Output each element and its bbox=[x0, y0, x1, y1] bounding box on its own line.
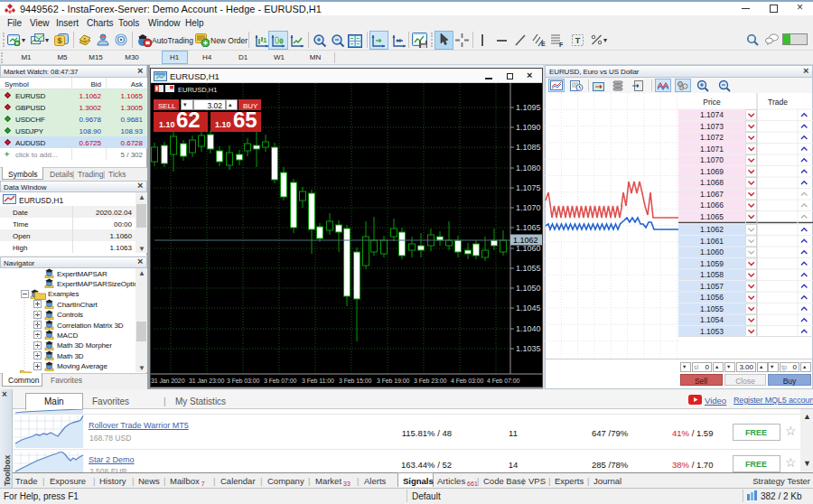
svg-text:4 Feb 07:00: 4 Feb 07:00 bbox=[487, 378, 519, 384]
svg-text:1.1085: 1.1085 bbox=[516, 143, 541, 152]
svg-text:1.1062: 1.1062 bbox=[513, 236, 538, 245]
svg-text:1.1070: 1.1070 bbox=[516, 203, 541, 212]
svg-text:1.1057: 1.1057 bbox=[700, 282, 724, 291]
svg-text:1.1061: 1.1061 bbox=[700, 237, 724, 246]
svg-text:1.1060: 1.1060 bbox=[700, 247, 724, 257]
svg-text:1.1072: 1.1072 bbox=[700, 133, 724, 142]
svg-text:3 Feb 07:00: 3 Feb 07:00 bbox=[264, 378, 296, 384]
svg-text:1.1065: 1.1065 bbox=[516, 223, 541, 232]
svg-text:1.1065: 1.1065 bbox=[700, 212, 724, 221]
svg-text:1.1058: 1.1058 bbox=[700, 270, 724, 279]
svg-text:1.1040: 1.1040 bbox=[516, 324, 541, 333]
svg-text:1.1075: 1.1075 bbox=[516, 183, 541, 192]
svg-text:1.1055: 1.1055 bbox=[700, 304, 724, 313]
svg-text:1.1062: 1.1062 bbox=[700, 225, 724, 234]
svg-text:4 Feb 03:00: 4 Feb 03:00 bbox=[451, 378, 483, 384]
svg-text:T: T bbox=[575, 36, 581, 45]
svg-text:1.1054: 1.1054 bbox=[700, 315, 724, 324]
svg-text:3 Feb 23:00: 3 Feb 23:00 bbox=[414, 378, 446, 384]
svg-text:1.1073: 1.1073 bbox=[700, 122, 724, 131]
svg-text:1.1050: 1.1050 bbox=[516, 284, 541, 293]
svg-text:3 Feb 19:00: 3 Feb 19:00 bbox=[377, 378, 409, 384]
svg-text:$: $ bbox=[57, 36, 61, 45]
svg-text:1: 1 bbox=[263, 36, 267, 44]
svg-text:1.1053: 1.1053 bbox=[700, 327, 724, 336]
svg-text:3 Feb 11:00: 3 Feb 11:00 bbox=[302, 378, 334, 384]
svg-text:31 Jan 2020: 31 Jan 2020 bbox=[151, 378, 185, 384]
svg-text:F: F bbox=[559, 42, 564, 48]
svg-text:1.1059: 1.1059 bbox=[700, 259, 724, 268]
svg-text:1.1055: 1.1055 bbox=[516, 264, 541, 273]
svg-text:1.1070: 1.1070 bbox=[700, 155, 724, 164]
svg-text:1.1066: 1.1066 bbox=[700, 201, 724, 210]
svg-text:1.1069: 1.1069 bbox=[700, 167, 724, 176]
svg-text:E: E bbox=[541, 41, 546, 47]
svg-text:1.1045: 1.1045 bbox=[516, 303, 541, 313]
svg-text:1.1071: 1.1071 bbox=[700, 145, 724, 154]
svg-text:1.1068: 1.1068 bbox=[700, 178, 724, 187]
svg-text:1.1095: 1.1095 bbox=[516, 103, 541, 112]
svg-text:3 Feb 15:00: 3 Feb 15:00 bbox=[339, 378, 371, 384]
svg-text:1.1080: 1.1080 bbox=[516, 163, 541, 173]
svg-text:1.1067: 1.1067 bbox=[700, 190, 724, 199]
svg-text:1.1056: 1.1056 bbox=[700, 293, 724, 302]
svg-text:31 Jan 23:00: 31 Jan 23:00 bbox=[189, 378, 224, 384]
svg-text:1.1074: 1.1074 bbox=[700, 110, 724, 119]
svg-text:1.1035: 1.1035 bbox=[516, 344, 541, 353]
svg-text:3 Feb 03:00: 3 Feb 03:00 bbox=[227, 378, 259, 384]
svg-text:1.1090: 1.1090 bbox=[516, 123, 541, 132]
